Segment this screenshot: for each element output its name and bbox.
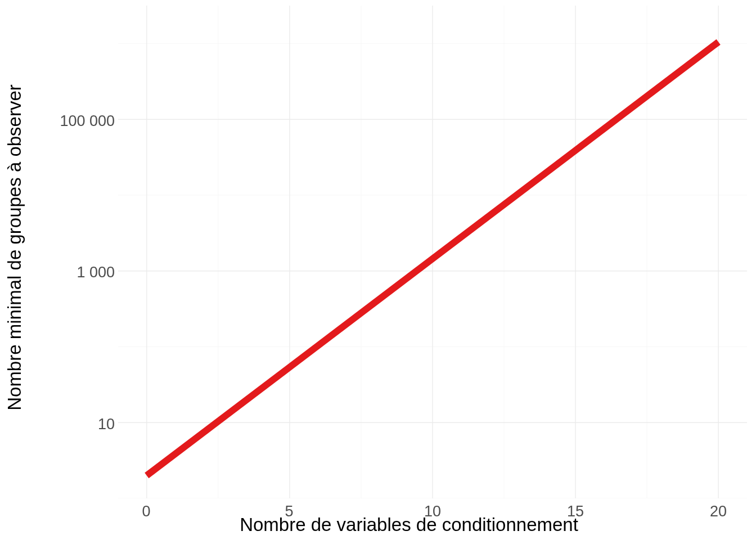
- x-tick-label: 10: [424, 503, 441, 520]
- x-axis-label: Nombre de variables de conditionnement: [31, 514, 756, 536]
- plot-panel: [118, 6, 747, 498]
- y-tick-label: 1 000: [76, 264, 115, 281]
- y-tick-label: 100 000: [60, 112, 115, 130]
- line-chart: Nombre minimal de groupes à observer Nom…: [0, 0, 756, 540]
- y-axis-label: Nombre minimal de groupes à observer: [4, 84, 25, 411]
- x-tick-label: 15: [567, 503, 584, 520]
- y-tick-label: 10: [98, 416, 115, 433]
- x-tick-label: 20: [710, 503, 727, 520]
- x-tick-label: 0: [142, 503, 150, 520]
- x-tick-label: 5: [285, 503, 293, 520]
